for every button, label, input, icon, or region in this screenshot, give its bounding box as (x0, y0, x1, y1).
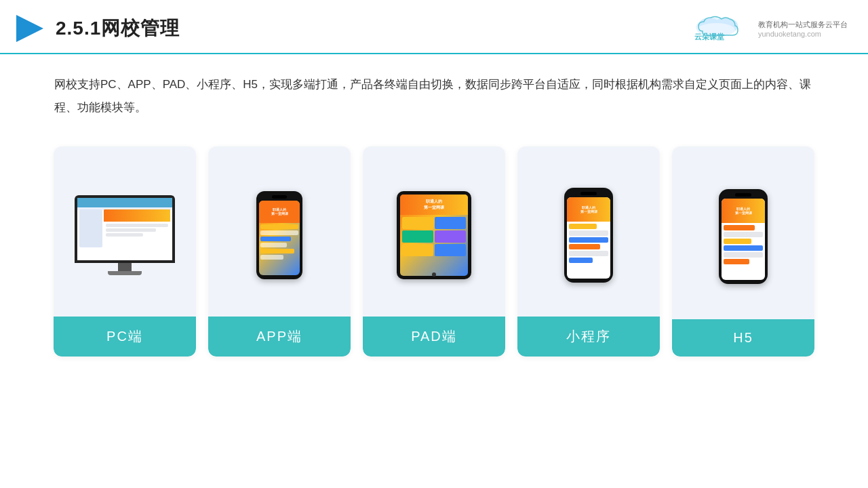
header: 2.5.1网校管理 云朵课堂 教育机构一站式服务云平台 yunduoketang… (0, 0, 868, 54)
pc-screen (77, 198, 172, 260)
card-h5[interactable]: 职通人的第一堂网课 H5 (672, 146, 814, 357)
card-pad[interactable]: 职通人的第一堂网课 PAD端 (363, 146, 505, 357)
logo-url: yunduoketang.com (758, 30, 821, 38)
app-mockup: 职通人的第一堂网课 (256, 191, 302, 279)
pc-mockup (75, 195, 175, 275)
logo-slogan: 教育机构一站式服务云平台 (758, 19, 848, 30)
h5-phone: 职通人的第一堂网课 (719, 189, 768, 284)
card-miniapp-label: 小程序 (517, 317, 660, 357)
pc-monitor (75, 195, 175, 263)
h5-image-area: 职通人的第一堂网课 (672, 146, 814, 319)
app-phone: 职通人的第一堂网课 (256, 191, 302, 279)
pad-tablet: 职通人的第一堂网课 (397, 191, 471, 279)
card-pad-label: PAD端 (363, 317, 505, 357)
pad-image-area: 职通人的第一堂网课 (363, 146, 505, 317)
card-pc[interactable]: PC端 (54, 146, 196, 357)
h5-mockup: 职通人的第一堂网课 (719, 189, 768, 284)
svg-marker-0 (16, 15, 43, 42)
card-miniapp[interactable]: 职通人的第一堂网课 小程序 (517, 146, 660, 357)
description-content: 网校支持PC、APP、PAD、小程序、H5，实现多端打通，产品各终端自由切换，数… (54, 78, 811, 114)
miniapp-image-area: 职通人的第一堂网课 (517, 146, 660, 317)
app-screen: 职通人的第一堂网课 (259, 201, 300, 275)
miniapp-screen: 职通人的第一堂网课 (567, 197, 610, 279)
description-text: 网校支持PC、APP、PAD、小程序、H5，实现多端打通，产品各终端自由切换，数… (0, 54, 868, 119)
h5-screen: 职通人的第一堂网课 (722, 199, 765, 280)
logo-cloud-icon: 云朵课堂 (690, 12, 751, 45)
header-left: 2.5.1网校管理 (14, 12, 180, 45)
pad-mockup: 职通人的第一堂网课 (397, 191, 471, 279)
miniapp-phone: 职通人的第一堂网课 (564, 188, 613, 283)
card-app-label: APP端 (208, 317, 351, 357)
cards-section: PC端 职通人的第一堂网课 (0, 126, 868, 357)
miniapp-mockup: 职通人的第一堂网课 (564, 188, 613, 283)
svg-text:云朵课堂: 云朵课堂 (694, 33, 725, 41)
card-app[interactable]: 职通人的第一堂网课 APP端 (208, 146, 351, 357)
pad-screen: 职通人的第一堂网课 (400, 195, 468, 276)
logo-area: 云朵课堂 教育机构一站式服务云平台 yunduoketang.com (690, 12, 848, 45)
card-pc-label: PC端 (54, 317, 196, 357)
app-image-area: 职通人的第一堂网课 (208, 146, 351, 317)
card-h5-label: H5 (672, 319, 814, 357)
pc-image-area (54, 146, 196, 317)
page-title: 2.5.1网校管理 (56, 16, 180, 41)
play-icon (14, 12, 46, 45)
